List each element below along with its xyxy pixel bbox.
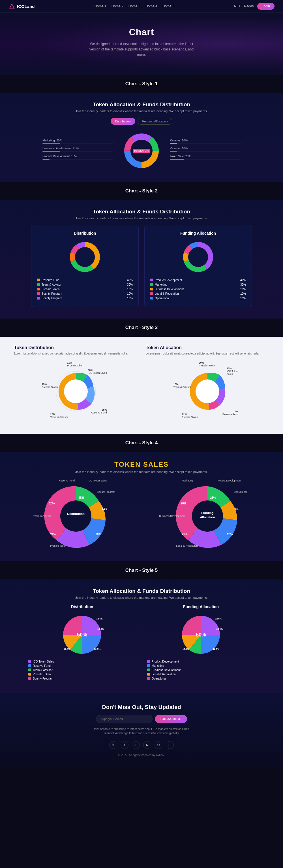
legend-item: Operational	[147, 677, 255, 680]
chart-style-5: Token Allocation & Funds Distribution Jo…	[0, 580, 283, 692]
chart1-subtitle: Join the industry leaders to discuss whe…	[6, 110, 277, 113]
chart5-fund-center: 50%	[196, 632, 206, 638]
legend-row: Team & Advisor 30%	[37, 283, 133, 286]
social-icons: 𝕏 f ✈ ▶ ⚙ ⬡	[6, 741, 277, 749]
chart5-dist-title: Distribution	[28, 604, 136, 609]
twitter-icon[interactable]: 𝕏	[109, 741, 117, 749]
svg-text:Funding: Funding	[201, 511, 213, 515]
chart3-right-donut: 20%Presale Token 35%ICO TokenSales 15%Te…	[176, 360, 239, 423]
legend-row: Presale Token 10%	[37, 288, 133, 291]
chart5-fund: Funding Allocation 50% 12,5% 12,5% 12,5%…	[147, 604, 255, 681]
label-35pct: 35%ICO TokenSales	[226, 367, 238, 375]
chart1-layout: Marketing: 25% Business Development: 25%…	[42, 131, 241, 170]
bar-row-marketing: Marketing: 25%	[42, 139, 113, 144]
chart5-subtitle: Join the industry leaders to discuss whe…	[6, 596, 277, 599]
s1-12: 12,5%	[96, 618, 103, 620]
nav-pages[interactable]: Pages	[244, 4, 254, 8]
legend-item: Bounty Program	[28, 677, 136, 680]
chart4-dist-pie: Reserve Fund ICO Token Sales Team & Advi…	[42, 482, 110, 550]
f2-12: 12,5%	[216, 628, 223, 630]
chart4-dist: Reserve Fund ICO Token Sales Team & Advi…	[14, 482, 137, 550]
legend-row: Marketing 30%	[150, 283, 246, 286]
subscribe-section: Don't Miss Out, Stay Updated SUBSCRIBE D…	[0, 692, 283, 768]
nav-nft[interactable]: NFT	[234, 4, 241, 8]
style2-header: Chart - Style 2	[0, 182, 283, 200]
legend-item: Presale Token	[28, 673, 136, 676]
pct-14: 14%	[102, 507, 107, 510]
label-20pct: 20%Team & Advisor	[50, 413, 68, 418]
pct-21: 21%	[50, 533, 56, 536]
hero-title: Chart	[6, 27, 277, 37]
legend-item: Marketing	[147, 664, 255, 668]
chart3-right: Token Allocation Lorem ipsum dolor sit a…	[146, 345, 269, 423]
style4-header: Chart - Style 4	[0, 434, 283, 452]
bar-row-reserve1: Reserve: 10%	[170, 139, 241, 144]
pct-25: 25%	[79, 496, 84, 499]
nav-home2[interactable]: Home 2	[111, 4, 123, 8]
logo[interactable]: ICOLand	[8, 3, 35, 10]
discord-icon[interactable]: ⚙	[154, 741, 163, 749]
chart3-right-title: Token Allocation	[146, 345, 269, 350]
email-input[interactable]	[96, 715, 152, 723]
chart4-subtitle: Join the industry leaders to discuss whe…	[6, 470, 277, 473]
chart3-left-donut: 10%Presale Token 30%ICO Token Sales 15%P…	[45, 360, 107, 423]
chart3-left-sub: Lorem ipsum dolor sit amet, consectetur …	[14, 351, 137, 355]
svg-point-24	[196, 379, 219, 403]
chart-style-3: Token Distribution Lorem ipsum dolor sit…	[0, 337, 283, 434]
legend-row: Bounty Program 10%	[37, 297, 133, 300]
svg-point-22	[64, 379, 88, 403]
chart2-subtitle: Join the industry leaders to discuss whe…	[6, 217, 277, 220]
label-20pct-r: 20%Presale Token	[199, 361, 215, 367]
telegram-icon[interactable]: ✈	[132, 741, 140, 749]
login-button[interactable]: Login	[257, 3, 275, 10]
label-15pct-r: 15%Team & Advisor	[174, 383, 191, 389]
legend-item: Reserve Fund	[28, 664, 136, 668]
legend-row: Product Development 40%	[150, 279, 246, 282]
chart5-fund-title: Funding Allocation	[147, 604, 255, 609]
chart1-right-bars: Reserve: 10% Reserve: 10% Token Sale: 20…	[170, 139, 241, 163]
chart2-funding-card: Funding Allocation Product Development 4…	[144, 225, 252, 307]
chart3-left: Token Distribution Lorem ipsum dolor sit…	[14, 345, 137, 423]
hero-section: Chart We designed a brand-new cool desig…	[0, 13, 283, 75]
nav-home1[interactable]: Home 1	[95, 4, 106, 8]
chart5-dist-pie: 50% 12,5% 12,5% 12,5% 12,5%	[61, 614, 103, 656]
chart5-dist: Distribution 50% 12,5% 12,5% 12,5% 12,5%	[28, 604, 136, 681]
label-team: Team & Advisor	[33, 515, 51, 518]
svg-text:Distribution: Distribution	[67, 512, 84, 516]
legend-row: Bounty Program 10%	[37, 292, 133, 295]
github-icon[interactable]: ⬡	[166, 741, 174, 749]
nav-home3[interactable]: Home 3	[129, 4, 140, 8]
chart5-fund-pie: 50% 12,5% 12,5% 12,5% 12,5%	[180, 614, 222, 656]
nav-home5[interactable]: Home 5	[163, 4, 174, 8]
tab-funding[interactable]: Funding Allocation	[138, 118, 173, 125]
label-ico-token: ICO Token Sales	[88, 479, 107, 482]
nav-right: NFT Pages Login	[234, 3, 275, 10]
chart4-title: TOKEN SALES	[6, 461, 277, 468]
bar-row-reserve2: Reserve: 10%	[170, 147, 241, 152]
chart2-dist-donut	[68, 240, 102, 274]
chart2-distribution-card: Distribution Reserve Fund 40% Team & A	[31, 225, 139, 307]
label-30pct: 30%ICO Token Sales	[88, 369, 107, 374]
youtube-icon[interactable]: ▶	[143, 741, 151, 749]
bar-row-bizdev: Business Development: 25%	[42, 147, 113, 152]
chart4-fund-pie: Marketing Product Development Business D…	[174, 482, 241, 550]
nav-links: Home 1 Home 2 Home 3 Home 4 Home 5	[95, 4, 174, 8]
navbar: ICOLand Home 1 Home 2 Home 3 Home 4 Home…	[0, 0, 283, 13]
chart2-cards: Distribution Reserve Fund 40% Team & A	[31, 225, 252, 307]
bar-row-tokensale: Token Sale: 20%	[170, 155, 241, 160]
chart-style-2: Token Allocation & Funds Distribution Jo…	[0, 200, 283, 318]
subscribe-button[interactable]: SUBSCRIBE	[155, 715, 187, 723]
fund-pct-21: 21%	[182, 533, 188, 536]
label-prod-dev: Product Development	[217, 479, 241, 482]
pct-20b: 20%	[95, 533, 101, 536]
chart3-right-sub: Lorem ipsum dolor sit amet, consectetur …	[146, 351, 269, 355]
tab-distribution[interactable]: Distribution	[111, 118, 135, 125]
label-bounty: Bounty Program	[97, 491, 115, 493]
fund-pct-14: 14%	[233, 507, 239, 510]
footer-copyright: © 2022. All rights reserved by Avflow.	[6, 753, 277, 756]
chart2-fund-legend: Product Development 40% Marketing 30% Bu…	[150, 279, 246, 300]
facebook-icon[interactable]: f	[120, 741, 129, 749]
nav-home4[interactable]: Home 4	[145, 4, 157, 8]
chart5-dist-legend: ICO Token Sales Reserve Fund Team & Advi…	[28, 660, 136, 680]
legend-item: ICO Token Sales	[28, 660, 136, 663]
